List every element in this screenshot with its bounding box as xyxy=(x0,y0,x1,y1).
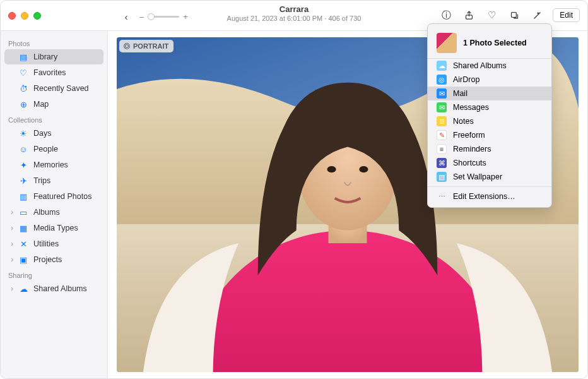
share-item-icon: ≡ xyxy=(437,144,447,154)
sidebar-item-label: Recently Saved xyxy=(33,84,89,93)
rotate-button[interactable] xyxy=(507,8,521,22)
share-item-label: Notes xyxy=(453,117,474,126)
share-item-label: AirDrop xyxy=(453,75,479,84)
sidebar-item-memories[interactable]: ✦Memories xyxy=(4,157,103,172)
sidebar-item-label: Projects xyxy=(33,255,62,264)
share-item-label: Shortcuts xyxy=(453,159,486,167)
share-item-notes[interactable]: ≣Notes xyxy=(428,114,551,128)
sidebar-item-trips[interactable]: ✈Trips xyxy=(4,173,103,188)
svg-point-6 xyxy=(327,166,336,172)
auto-enhance-button[interactable] xyxy=(530,8,544,22)
sidebar-item-icon: ▦ xyxy=(18,223,28,233)
sidebar-item-label: People xyxy=(33,145,58,153)
sidebar-item-icon: ⏱ xyxy=(18,83,28,93)
portrait-badge: PORTRAIT xyxy=(119,40,173,52)
share-item-shortcuts[interactable]: ⌘Shortcuts xyxy=(428,156,551,170)
svg-point-9 xyxy=(124,44,130,49)
share-button[interactable] xyxy=(462,8,476,22)
sidebar-item-featured-photos[interactable]: ▥Featured Photos xyxy=(4,189,103,204)
share-item-reminders[interactable]: ≡Reminders xyxy=(428,142,551,156)
svg-point-7 xyxy=(359,166,368,172)
photo-title: Carrara xyxy=(227,4,362,15)
sidebar-item-label: Featured Photos xyxy=(33,192,91,201)
share-item-icon: ✉ xyxy=(437,88,447,99)
sidebar-item-label: Favorites xyxy=(33,68,66,77)
share-item-icon: ≣ xyxy=(437,116,447,126)
sidebar-item-library[interactable]: ▤Library xyxy=(4,49,103,64)
sidebar-item-utilities[interactable]: ›✕Utilities xyxy=(4,236,103,251)
info-button[interactable]: ⓘ xyxy=(439,8,453,22)
sidebar-item-icon: ☺ xyxy=(18,144,28,154)
sidebar-item-icon: ▤ xyxy=(18,52,28,62)
share-item-label: Freeform xyxy=(453,131,485,140)
share-item-icon: ⌘ xyxy=(437,158,447,168)
svg-rect-1 xyxy=(511,12,516,17)
zoom-slider[interactable]: – + xyxy=(139,12,188,21)
share-thumbnail xyxy=(437,33,457,53)
sidebar-item-label: Media Types xyxy=(33,224,78,232)
minimize-window-dot[interactable] xyxy=(21,12,28,20)
share-item-label: Set Wallpaper xyxy=(453,172,502,181)
back-button[interactable]: ‹ xyxy=(119,9,133,23)
close-window-dot[interactable] xyxy=(8,12,16,20)
sidebar-item-icon: ⊕ xyxy=(18,99,28,109)
sidebar-item-map[interactable]: ⊕Map xyxy=(4,97,103,112)
sidebar-item-favorites[interactable]: ♡Favorites xyxy=(4,65,103,80)
share-item-icon: ▧ xyxy=(437,172,447,182)
share-item-icon: ☁ xyxy=(437,61,447,71)
sidebar-item-label: Memories xyxy=(33,160,68,169)
sidebar-item-label: Utilities xyxy=(33,239,59,248)
sidebar-item-recently-saved[interactable]: ⏱Recently Saved xyxy=(4,81,103,96)
sidebar-item-label: Map xyxy=(33,100,49,109)
more-icon: ⋯ xyxy=(437,191,447,202)
sidebar-item-albums[interactable]: ›▭Albums xyxy=(4,205,103,220)
fullscreen-window-dot[interactable] xyxy=(33,12,41,20)
share-item-label: Edit Extensions… xyxy=(453,192,515,201)
share-item-messages[interactable]: ✉Messages xyxy=(428,100,551,114)
zoom-out-icon: – xyxy=(139,12,144,21)
share-item-icon: ◎ xyxy=(437,75,447,85)
share-item-set-wallpaper[interactable]: ▧Set Wallpaper xyxy=(428,170,551,184)
sidebar-item-media-types[interactable]: ›▦Media Types xyxy=(4,220,103,236)
share-item-mail[interactable]: ✉Mail xyxy=(428,87,551,100)
share-header-text: 1 Photo Selected xyxy=(463,39,527,47)
sidebar-item-icon: ▥ xyxy=(18,191,28,202)
sidebar-item-label: Shared Albums xyxy=(33,284,87,293)
sidebar-item-icon: ✈ xyxy=(18,176,28,186)
disclosure-icon: › xyxy=(9,224,15,232)
sidebar-item-icon: ☁ xyxy=(18,284,28,294)
share-item-label: Messages xyxy=(453,103,489,112)
share-item-freeform[interactable]: ✎Freeform xyxy=(428,128,551,142)
sidebar-item-icon: ♡ xyxy=(18,68,28,78)
share-item-airdrop[interactable]: ◎AirDrop xyxy=(428,73,551,87)
sidebar-item-shared-albums[interactable]: ›☁Shared Albums xyxy=(4,281,103,296)
sidebar-item-people[interactable]: ☺People xyxy=(4,141,103,157)
sidebar-item-icon: ▣ xyxy=(18,255,28,265)
edit-button[interactable]: Edit xyxy=(553,8,580,22)
sidebar: Photos▤Library♡Favorites⏱Recently Saved⊕… xyxy=(1,31,108,378)
disclosure-icon: › xyxy=(9,239,15,248)
window-controls xyxy=(8,12,41,20)
photo-subtitle: August 21, 2023 at 6:01:00 PM · 406 of 7… xyxy=(227,15,362,23)
sidebar-section-title: Photos xyxy=(1,36,107,49)
sidebar-item-icon: ✕ xyxy=(18,239,28,249)
disclosure-icon: › xyxy=(9,284,15,293)
share-item-icon: ✎ xyxy=(437,130,447,140)
disclosure-icon: › xyxy=(9,255,15,264)
share-item-icon: ✉ xyxy=(437,102,447,112)
sidebar-item-label: Days xyxy=(33,129,51,138)
sidebar-item-icon: ▭ xyxy=(18,207,28,217)
svg-point-8 xyxy=(126,45,129,48)
disclosure-icon: › xyxy=(9,208,15,217)
share-item-label: Mail xyxy=(453,89,467,98)
sidebar-item-projects[interactable]: ›▣Projects xyxy=(4,252,103,267)
share-item-label: Reminders xyxy=(453,145,491,153)
share-menu-header: 1 Photo Selected xyxy=(428,28,551,59)
share-item-shared-albums[interactable]: ☁Shared Albums xyxy=(428,59,551,73)
share-item-edit-extensions[interactable]: ⋯Edit Extensions… xyxy=(428,190,551,203)
share-item-label: Shared Albums xyxy=(453,61,507,70)
share-menu: 1 Photo Selected ☁Shared Albums◎AirDrop✉… xyxy=(427,23,552,208)
favorite-button[interactable]: ♡ xyxy=(485,8,498,22)
sidebar-item-days[interactable]: ☀Days xyxy=(4,126,103,141)
sidebar-section-title: Collections xyxy=(1,112,107,125)
